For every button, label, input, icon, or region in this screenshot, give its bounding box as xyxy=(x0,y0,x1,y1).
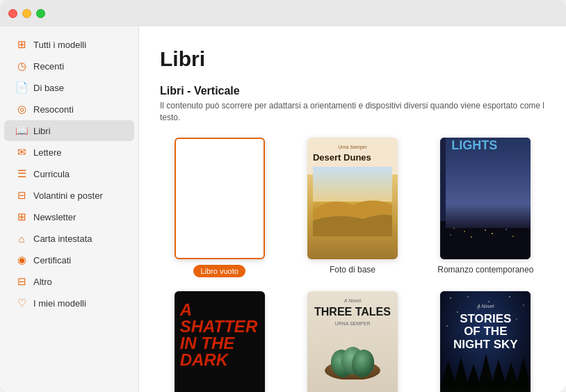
sidebar-label-curricula: Curricula xyxy=(33,169,70,179)
desert-image xyxy=(313,167,392,236)
app-window: ⊞ Tutti i modelli ◷ Recenti 📄 Di base ◎ … xyxy=(0,0,566,392)
template-label-empty: Libro vuoto xyxy=(193,265,245,277)
svg-point-22 xyxy=(468,296,469,297)
book-shatter: ASHATTERIN THEDARK xyxy=(175,291,265,392)
sidebar-label-recenti: Recenti xyxy=(33,61,64,72)
main-content: ⊞ Tutti i modelli ◷ Recenti 📄 Di base ◎ … xyxy=(0,26,566,392)
close-button[interactable] xyxy=(8,9,17,18)
template-item-tales[interactable]: A Novel THREE TALES URNA SEMPER xyxy=(293,291,412,392)
building-icon: ⌂ xyxy=(15,232,28,245)
svg-point-8 xyxy=(485,229,486,231)
svg-rect-0 xyxy=(313,167,392,202)
svg-point-14 xyxy=(492,233,493,234)
shatter-title: ASHATTERIN THEDARK xyxy=(180,302,259,368)
book-nightsky: A Novel STORIESOF THENIGHT SKY xyxy=(440,291,531,392)
grid-icon: ⊞ xyxy=(15,38,28,51)
template-cover-nightsky: A Novel STORIESOF THENIGHT SKY xyxy=(440,291,531,392)
nightsky-title: STORIESOF THENIGHT SKY xyxy=(451,313,519,352)
template-cover-shatter: ASHATTERIN THEDARK xyxy=(175,291,265,392)
sidebar: ⊞ Tutti i modelli ◷ Recenti 📄 Di base ◎ … xyxy=(0,26,139,392)
template-cover-waking: Urna Semper xyxy=(440,138,531,259)
sidebar-label-base: Di base xyxy=(33,83,64,93)
svg-point-6 xyxy=(464,231,465,232)
book-icon: 📖 xyxy=(15,124,28,137)
sidebar-label-newsletter: Newsletter xyxy=(33,212,76,222)
template-cover-empty xyxy=(175,138,265,259)
sidebar-item-volantini[interactable]: ⊟ Volantini e poster xyxy=(4,185,134,206)
template-item-empty[interactable]: Libro vuoto xyxy=(160,138,279,277)
template-grid: Libro vuoto Urna Semper Desert Dunes xyxy=(160,138,545,392)
newspaper-icon: ⊞ xyxy=(15,211,28,223)
sidebar-label-lettere: Lettere xyxy=(33,147,61,158)
sidebar-label-volantini: Volantini e poster xyxy=(33,190,103,201)
svg-point-15 xyxy=(512,236,514,237)
sidebar-label-miei: I miei modelli xyxy=(33,298,86,309)
sidebar-label-altro: Altro xyxy=(33,277,52,287)
award-icon: ◉ xyxy=(15,254,28,266)
maximize-button[interactable] xyxy=(36,9,45,18)
nightsky-novel: A Novel xyxy=(451,304,519,309)
waking-title: THEWAKINGLIGHTS xyxy=(446,138,531,228)
content-area: Libri Libri - Verticale Il contenuto può… xyxy=(139,26,566,392)
section-description: Il contenuto può scorrere per adattarsi … xyxy=(160,100,545,124)
clock-icon: ◷ xyxy=(15,60,28,72)
sidebar-label-carta: Carta intestata xyxy=(33,234,92,244)
sidebar-label-resoconti: Resoconti xyxy=(33,104,74,115)
sidebar-item-certificati[interactable]: ◉ Certificati xyxy=(4,250,134,270)
traffic-lights xyxy=(8,9,45,18)
sidebar-item-newsletter[interactable]: ⊞ Newsletter xyxy=(4,206,134,227)
envelope-icon: ✉ xyxy=(15,146,28,158)
sidebar-item-resoconti[interactable]: ◎ Resoconti xyxy=(4,99,134,120)
folder-icon: ⊟ xyxy=(15,275,28,288)
sidebar-label-certificati: Certificati xyxy=(33,255,71,266)
template-label-waking: Romanzo contemporaneo xyxy=(437,265,533,275)
page-title: Libri xyxy=(160,47,545,71)
megaphone-icon: ⊟ xyxy=(15,189,28,202)
template-item-desert[interactable]: Urna Semper Desert Dunes xyxy=(293,138,412,277)
sidebar-label-all: Tutti i modelli xyxy=(33,40,86,50)
sidebar-item-libri[interactable]: 📖 Libri xyxy=(4,120,134,141)
title-bar xyxy=(0,0,566,26)
svg-point-24 xyxy=(510,296,511,297)
sidebar-item-all[interactable]: ⊞ Tutti i modelli xyxy=(4,34,134,55)
svg-point-12 xyxy=(450,234,451,236)
sidebar-label-libri: Libri xyxy=(33,126,51,136)
template-item-nightsky[interactable]: A Novel STORIESOF THENIGHT SKY xyxy=(426,291,545,392)
desert-title: Desert Dunes xyxy=(313,152,392,163)
sidebar-item-curricula[interactable]: ☰ Curricula xyxy=(4,163,134,184)
template-item-shatter[interactable]: ASHATTERIN THEDARK xyxy=(160,291,279,392)
tales-novel: A Novel xyxy=(313,298,392,303)
minimize-button[interactable] xyxy=(22,9,31,18)
chart-icon: ◎ xyxy=(15,103,28,115)
desert-author: Urna Semper xyxy=(313,145,392,149)
tales-title: THREE TALES xyxy=(313,306,392,318)
sidebar-item-base[interactable]: 📄 Di base xyxy=(4,77,134,98)
sidebar-item-carta[interactable]: ⌂ Carta intestata xyxy=(4,228,134,249)
template-cover-tales: A Novel THREE TALES URNA SEMPER xyxy=(307,291,398,392)
template-item-waking[interactable]: Urna Semper xyxy=(426,138,545,277)
svg-point-10 xyxy=(506,229,507,230)
section-title: Libri - Verticale xyxy=(160,85,545,97)
sidebar-item-recenti[interactable]: ◷ Recenti xyxy=(4,56,134,76)
book-tales: A Novel THREE TALES URNA SEMPER xyxy=(307,291,398,392)
sidebar-item-miei[interactable]: ♡ I miei modelli xyxy=(4,293,134,313)
book-desert: Urna Semper Desert Dunes xyxy=(307,138,398,259)
svg-point-13 xyxy=(471,236,472,238)
sidebar-item-lettere[interactable]: ✉ Lettere xyxy=(4,142,134,163)
doc-icon: 📄 xyxy=(15,81,28,94)
sidebar-item-altro[interactable]: ⊟ Altro xyxy=(4,271,134,292)
tales-author: URNA SEMPER xyxy=(313,321,392,326)
book-waking: Urna Semper xyxy=(440,138,531,259)
template-cover-desert: Urna Semper Desert Dunes xyxy=(307,138,398,259)
template-label-desert: Foto di base xyxy=(330,265,375,275)
svg-rect-31 xyxy=(440,389,531,392)
person-icon: ☰ xyxy=(15,168,28,180)
heart-icon: ♡ xyxy=(15,297,28,309)
